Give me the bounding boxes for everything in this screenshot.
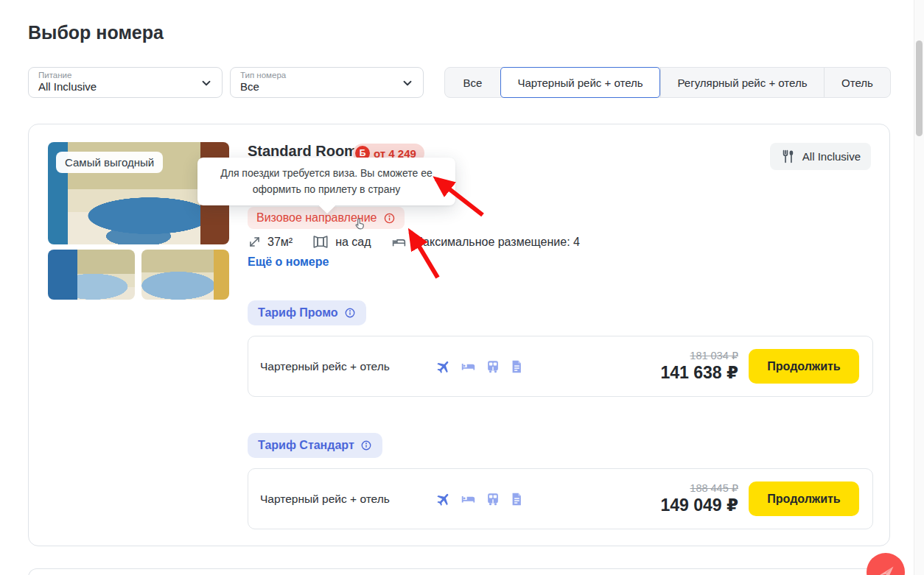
room-view-spec: на сад bbox=[312, 234, 371, 250]
scrollbar-track[interactable] bbox=[914, 0, 924, 575]
bus-icon bbox=[485, 491, 501, 507]
room-type-filter-label: Тип номера bbox=[240, 71, 396, 80]
room-occupancy-value: Максимальное размещение: 4 bbox=[413, 236, 580, 249]
document-icon bbox=[509, 359, 524, 375]
more-about-room-link[interactable]: Ещё о номере bbox=[248, 255, 329, 269]
info-icon[interactable] bbox=[383, 212, 396, 225]
airplane-icon bbox=[432, 355, 455, 378]
area-expand-icon bbox=[248, 235, 262, 249]
offer-row: Чартерный рейс + отель 181 034 ₽ 141 638… bbox=[248, 336, 873, 397]
room-type-filter-value: Все bbox=[240, 80, 396, 94]
tariff-promo-badge[interactable]: Тариф Промо bbox=[248, 300, 366, 325]
meal-filter-label: Питание bbox=[38, 71, 195, 80]
room-specs: 37м² на сад Максимальное размещение: 4 bbox=[248, 234, 580, 250]
tab-charter-flight-hotel[interactable]: Чартерный рейс + отель bbox=[500, 67, 660, 98]
meal-filter-select[interactable]: Питание All Inclusive bbox=[28, 67, 223, 98]
next-room-card-edge bbox=[28, 568, 890, 575]
hand-cursor-icon bbox=[351, 216, 368, 232]
offer-included-icons bbox=[435, 491, 524, 507]
offer-prices: 181 034 ₽ 141 638 ₽ bbox=[660, 350, 738, 383]
tariff-name: Тариф Промо bbox=[258, 306, 338, 320]
offer-row: Чартерный рейс + отель 188 445 ₽ 149 049… bbox=[248, 468, 873, 529]
tab-all[interactable]: Все bbox=[445, 68, 500, 97]
continue-button[interactable]: Продолжить bbox=[749, 349, 859, 384]
filters-row: Питание All Inclusive Тип номера Все bbox=[28, 67, 424, 98]
tab-hotel-only[interactable]: Отель bbox=[824, 68, 890, 97]
page-title: Выбор номера bbox=[28, 22, 164, 43]
continue-button[interactable]: Продолжить bbox=[749, 481, 859, 516]
room-photo-thumbnail[interactable] bbox=[48, 250, 135, 300]
offer-included-icons bbox=[435, 359, 524, 375]
tab-regular-flight-hotel[interactable]: Регулярный рейс + отель bbox=[660, 68, 824, 97]
old-price: 188 445 ₽ bbox=[660, 482, 738, 494]
room-type-filter-select[interactable]: Тип номера Все bbox=[230, 67, 424, 98]
chevron-down-icon bbox=[401, 77, 414, 90]
chevron-down-icon bbox=[200, 77, 213, 90]
bus-icon bbox=[485, 359, 501, 375]
offer-route-label: Чартерный рейс + отель bbox=[260, 493, 435, 506]
scrollbar-thumb[interactable] bbox=[916, 40, 923, 136]
room-area-value: 37м² bbox=[267, 236, 293, 249]
package-type-tabs: Все Чартерный рейс + отель Регулярный ре… bbox=[444, 67, 891, 98]
best-deal-badge: Самый выгодный bbox=[56, 152, 163, 173]
offer-route-label: Чартерный рейс + отель bbox=[260, 360, 435, 373]
bed-icon bbox=[460, 359, 477, 375]
window-icon bbox=[312, 234, 329, 250]
bed-icon bbox=[391, 234, 407, 250]
room-view-value: на сад bbox=[335, 236, 371, 249]
room-card: Самый выгодный Standard Room Б от 4 249 … bbox=[28, 124, 890, 546]
tariff-name: Тариф Стандарт bbox=[258, 439, 354, 452]
meal-filter-value: All Inclusive bbox=[38, 80, 195, 94]
current-price: 141 638 ₽ bbox=[660, 363, 738, 383]
document-icon bbox=[509, 491, 524, 507]
visa-tooltip: Для поездки требуется виза. Вы сможете е… bbox=[197, 158, 455, 205]
feedback-fab-button[interactable] bbox=[867, 553, 905, 575]
info-icon[interactable] bbox=[360, 440, 372, 451]
room-occupancy-spec: Максимальное размещение: 4 bbox=[391, 234, 580, 250]
room-area-spec: 37м² bbox=[248, 235, 293, 249]
offer-prices: 188 445 ₽ 149 049 ₽ bbox=[660, 482, 738, 515]
info-icon[interactable] bbox=[344, 307, 356, 319]
paper-plane-icon bbox=[875, 562, 896, 575]
meal-plan-chip: All Inclusive bbox=[770, 143, 871, 170]
fork-spoon-icon bbox=[780, 149, 796, 164]
meal-plan-label: All Inclusive bbox=[802, 150, 861, 163]
tariff-standard-badge[interactable]: Тариф Стандарт bbox=[248, 433, 382, 458]
current-price: 149 049 ₽ bbox=[660, 495, 738, 515]
old-price: 181 034 ₽ bbox=[660, 350, 738, 361]
room-photo-thumbnail[interactable] bbox=[141, 250, 229, 300]
airplane-icon bbox=[432, 487, 455, 510]
bed-icon bbox=[460, 491, 477, 507]
